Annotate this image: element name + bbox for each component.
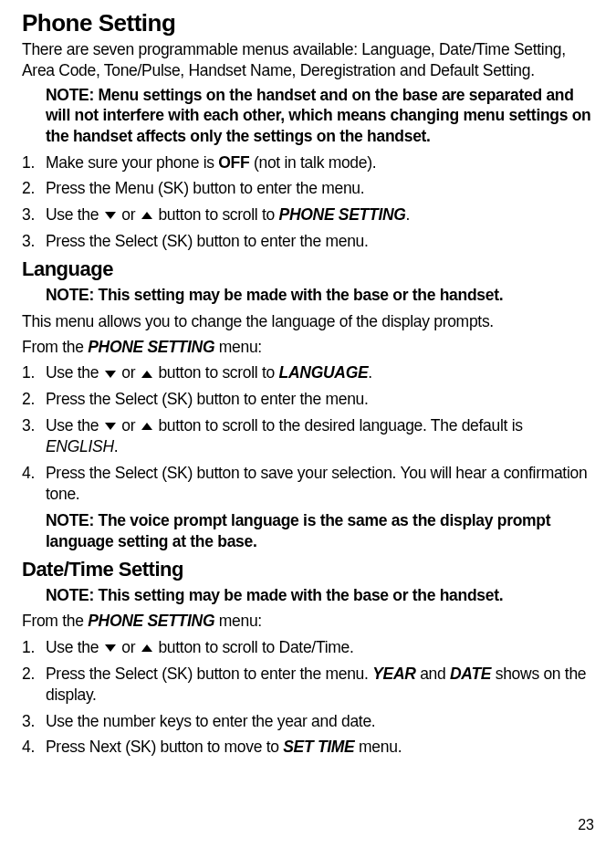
date-step-1: Use the or button to scroll to Date/Time… [22,637,594,659]
down-icon [105,423,116,430]
note-separated-settings: NOTE: Menu settings on the handset and o… [22,85,594,147]
note-language-base-handset: NOTE: This setting may be made with the … [22,285,594,306]
down-icon [105,371,116,378]
from-phone-setting-menu-2: From the PHONE SETTING menu: [22,611,594,633]
lang-step-4: Press the Select (SK) button to save you… [22,463,594,506]
language-steps-list: Use the or button to scroll to LANGUAGE.… [22,362,594,506]
intro-text: There are seven programmable menus avail… [22,39,594,81]
page-number: 23 [578,817,594,833]
date-steps-list: Use the or button to scroll to Date/Time… [22,637,594,759]
heading-phone-setting: Phone Setting [22,9,594,37]
language-intro: This menu allows you to change the langu… [22,311,594,333]
step-1-off: Make sure your phone is OFF (not in talk… [22,152,594,174]
down-icon [105,644,116,652]
from-phone-setting-menu-1: From the PHONE SETTING menu: [22,337,594,359]
top-steps-list: Make sure your phone is OFF (not in talk… [22,152,594,253]
step-2-menu: Press the Menu (SK) button to enter the … [22,178,594,200]
lang-step-2: Press the Select (SK) button to enter th… [22,389,594,411]
heading-date-time: Date/Time Setting [22,558,594,581]
date-step-2: Press the Select (SK) button to enter th… [22,664,594,707]
heading-language: Language [22,257,594,281]
up-icon [141,644,152,652]
step-3-scroll: Use the or button to scroll to PHONE SET… [22,204,594,226]
note-date-base-handset: NOTE: This setting may be made with the … [22,585,594,606]
date-step-3: Use the number keys to enter the year an… [22,711,594,733]
up-icon [141,212,152,219]
step-4-select: Press the Select (SK) button to enter th… [22,231,594,253]
lang-step-1: Use the or button to scroll to LANGUAGE. [22,362,594,384]
up-icon [141,423,152,430]
date-step-4: Press Next (SK) button to move to SET TI… [22,737,594,759]
note-voice-prompt: NOTE: The voice prompt language is the s… [22,510,594,552]
down-icon [105,212,116,219]
lang-step-3: Use the or button to scroll to the desir… [22,415,594,458]
up-icon [141,371,152,378]
